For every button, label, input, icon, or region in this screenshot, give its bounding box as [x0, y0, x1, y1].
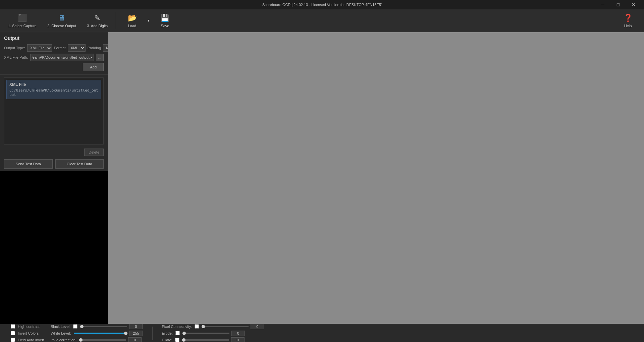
xml-file-path-input[interactable]: [30, 54, 94, 61]
white-level-value[interactable]: [129, 331, 143, 336]
black-level-label: Black Level:: [51, 325, 70, 329]
clear-test-data-button[interactable]: Clear Test Data: [55, 159, 104, 169]
erode-label: Erode:: [162, 331, 173, 335]
xml-file-path-label: XML File Path:: [4, 55, 28, 59]
choose-output-label: 2. Choose Output: [47, 24, 76, 28]
field-auto-invert-checkbox[interactable]: [11, 338, 15, 342]
help-label: Help: [624, 24, 632, 28]
load-dropdown-arrow[interactable]: ▼: [146, 17, 152, 24]
italic-correction-slider-container: [79, 337, 142, 342]
choose-output-button[interactable]: 🖥 2. Choose Output: [42, 12, 82, 30]
padding-label: Padding: [88, 46, 101, 50]
erode-row: Erode:: [162, 331, 264, 336]
save-button[interactable]: 💾 Save: [152, 12, 178, 30]
output-section: Output Output Type: XML File Format XML …: [0, 32, 108, 75]
help-button[interactable]: ❓ Help: [614, 12, 641, 30]
high-contrast-checkbox[interactable]: [11, 324, 15, 329]
erode-slider[interactable]: [182, 333, 229, 334]
window-controls: ─ □ ✕: [595, 0, 641, 9]
pixel-connectivity-slider-container: [202, 324, 264, 329]
delete-button[interactable]: Delete: [84, 149, 104, 156]
field-auto-invert-label: Field Auto invert: [18, 338, 48, 342]
format-label: Format: [54, 46, 66, 50]
choose-output-icon: 🖥: [58, 14, 65, 22]
save-label: Save: [161, 24, 169, 28]
field-auto-invert-row: Field Auto invert Italic correction:: [11, 337, 143, 342]
xml-file-path-display: C:/Users/CmTeamPK/Documents/untitled_out…: [9, 88, 98, 97]
erode-checkbox[interactable]: [175, 331, 180, 335]
white-level-slider-container: [74, 331, 143, 336]
left-panel: Output Output Type: XML File Format XML …: [0, 32, 108, 324]
dilate-row: Dilate:: [162, 337, 264, 342]
dilate-label: Dilate:: [162, 338, 172, 342]
italic-correction-slider[interactable]: [79, 339, 126, 341]
app-title: Scoreboard OCR | 24.02.13 - Licensed Ver…: [262, 3, 382, 7]
high-contrast-label: High contrast: [18, 325, 48, 329]
dilate-slider[interactable]: [182, 339, 229, 341]
test-data-row: Send Test Data Clear Test Data: [0, 157, 108, 171]
load-label: Load: [128, 24, 136, 28]
xml-list-item[interactable]: XML File C:/Users/CmTeamPK/Documents/unt…: [6, 80, 101, 99]
preview-area: [0, 171, 108, 324]
invert-colors-row: Invert Colors White Level:: [11, 331, 143, 336]
high-contrast-row: High contrast Black Level:: [11, 324, 143, 329]
white-level-slider[interactable]: [74, 333, 127, 334]
invert-colors-checkbox[interactable]: [11, 331, 15, 335]
send-test-data-button[interactable]: Send Test Data: [4, 159, 53, 169]
pixel-connectivity-label: Pixel Connectivity:: [162, 325, 192, 329]
black-level-slider-container: [80, 324, 143, 329]
black-level-value[interactable]: [129, 324, 143, 329]
add-digits-icon: ✎: [94, 14, 100, 22]
italic-correction-value[interactable]: [128, 337, 142, 342]
bottom-controls-bar: High contrast Black Level: Invert Colors…: [0, 324, 644, 342]
maximize-button[interactable]: □: [610, 0, 626, 9]
italic-correction-label: Italic correction:: [51, 338, 76, 342]
toolbar: ⬛ 1. Select Capture 🖥 2. Choose Output ✎…: [0, 9, 644, 32]
xml-file-header: XML File: [9, 82, 98, 87]
dilate-checkbox[interactable]: [175, 338, 179, 342]
output-type-select[interactable]: XML File: [27, 44, 52, 52]
toolbar-right: ❓ Help: [614, 12, 641, 30]
black-level-slider[interactable]: [80, 326, 127, 327]
xml-file-path-row: XML File Path: ...: [4, 54, 104, 61]
browse-button[interactable]: ...: [96, 54, 104, 61]
bottom-separator: [152, 327, 153, 340]
add-button[interactable]: Add: [83, 63, 104, 71]
padding-select[interactable]: None: [103, 44, 108, 52]
load-group: 📂 Load ▼: [119, 12, 152, 30]
load-button[interactable]: 📂 Load: [119, 12, 146, 30]
select-capture-button[interactable]: ⬛ 1. Select Capture: [3, 12, 42, 30]
title-bar: Scoreboard OCR | 24.02.13 - Licensed Ver…: [0, 0, 644, 9]
pixel-connectivity-row: Pixel Connectivity:: [162, 324, 264, 329]
select-capture-label: 1. Select Capture: [8, 24, 37, 28]
white-level-label: White Level:: [51, 331, 71, 335]
dilate-slider-container: [182, 337, 245, 342]
add-digits-label: 3. Add Digits: [87, 24, 108, 28]
close-button[interactable]: ✕: [626, 0, 641, 9]
output-section-title: Output: [4, 36, 104, 41]
select-capture-icon: ⬛: [18, 14, 27, 22]
xml-file-list: XML File C:/Users/CmTeamPK/Documents/unt…: [4, 77, 104, 145]
black-level-checkbox[interactable]: [73, 324, 77, 329]
erode-value[interactable]: [231, 331, 245, 336]
bottom-section-1: High contrast Black Level: Invert Colors…: [5, 324, 148, 342]
pixel-connectivity-checkbox[interactable]: [195, 324, 199, 329]
toolbar-separator: [116, 12, 116, 29]
add-digits-button[interactable]: ✎ 3. Add Digits: [82, 12, 113, 30]
output-type-row: Output Type: XML File Format XML Padding…: [4, 44, 104, 52]
bottom-section-2: Pixel Connectivity: Erode: Dilate:: [157, 324, 270, 342]
format-select[interactable]: XML: [68, 44, 86, 52]
dilate-value[interactable]: [231, 337, 245, 342]
minimize-button[interactable]: ─: [595, 0, 610, 9]
main-content: Output Output Type: XML File Format XML …: [0, 32, 644, 324]
output-type-label: Output Type:: [4, 46, 25, 50]
invert-colors-label: Invert Colors: [18, 331, 48, 335]
erode-slider-container: [182, 331, 245, 336]
pixel-connectivity-slider[interactable]: [202, 326, 249, 327]
load-icon: 📂: [128, 14, 137, 22]
center-panel: [108, 32, 644, 324]
help-icon: ❓: [624, 14, 633, 22]
pixel-connectivity-value[interactable]: [251, 324, 264, 329]
save-icon: 💾: [160, 14, 169, 22]
